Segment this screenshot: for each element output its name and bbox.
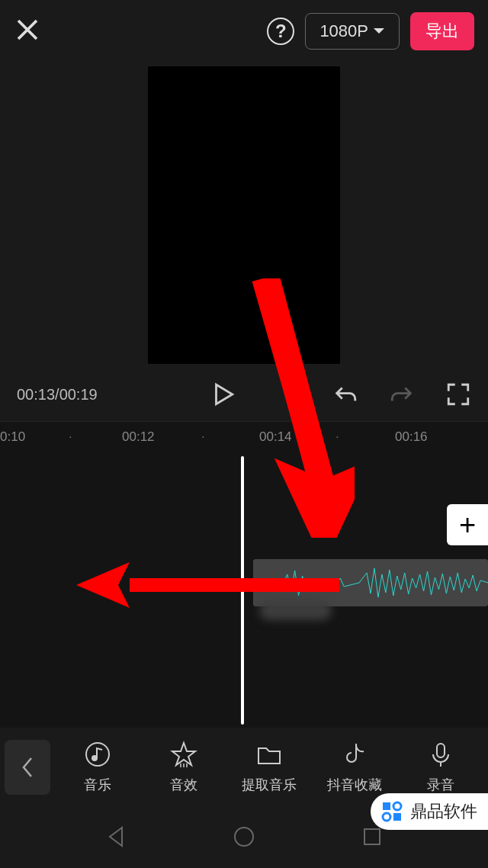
- track-label: [259, 600, 332, 620]
- undo-button[interactable]: [332, 381, 358, 407]
- folder-icon: [255, 741, 283, 768]
- export-button[interactable]: 导出: [410, 12, 474, 50]
- timeline[interactable]: 0:1000:1200:1400:16··· +: [0, 421, 488, 728]
- svg-rect-9: [393, 813, 401, 821]
- fullscreen-button[interactable]: [445, 381, 471, 407]
- svg-rect-3: [437, 744, 445, 757]
- tiktok-icon: [341, 741, 368, 768]
- help-button[interactable]: ?: [267, 18, 294, 45]
- redo-button[interactable]: [389, 381, 415, 407]
- top-bar: ? 1080P 导出: [0, 0, 488, 63]
- ruler-tick: 00:12: [122, 429, 155, 445]
- playback-bar: 00:13/00:19: [0, 368, 488, 421]
- watermark-logo-icon: [380, 799, 404, 824]
- svg-point-8: [383, 813, 390, 821]
- time-ruler: 0:1000:1200:1400:16···: [0, 422, 488, 452]
- music-note-icon: [84, 741, 111, 768]
- ruler-tick: 00:14: [259, 429, 292, 445]
- svg-rect-5: [364, 829, 380, 844]
- ruler-tick: 00:16: [395, 429, 428, 445]
- svg-point-7: [393, 802, 401, 810]
- tool-music[interactable]: 音乐: [55, 741, 140, 794]
- close-icon: [14, 16, 41, 43]
- resolution-dropdown[interactable]: 1080P: [305, 13, 400, 50]
- preview-area: [0, 63, 488, 368]
- watermark-badge: 鼎品软件: [371, 793, 488, 830]
- waveform-icon: [253, 559, 488, 606]
- ruler-tick: 0:10: [0, 429, 25, 445]
- audio-track[interactable]: [253, 559, 488, 606]
- close-button[interactable]: [14, 16, 41, 47]
- star-icon: [170, 741, 197, 768]
- playhead[interactable]: [241, 456, 244, 725]
- play-button[interactable]: [210, 381, 236, 407]
- svg-rect-0: [253, 559, 488, 606]
- resolution-label: 1080P: [319, 21, 368, 41]
- watermark-text: 鼎品软件: [410, 800, 477, 823]
- tool-extract-music[interactable]: 提取音乐: [226, 741, 312, 794]
- chevron-left-icon: [21, 757, 34, 778]
- nav-back-icon[interactable]: [104, 825, 128, 849]
- video-canvas[interactable]: [148, 66, 340, 364]
- svg-rect-6: [383, 802, 390, 810]
- toolbar-back-button[interactable]: [5, 740, 50, 795]
- tool-sfx[interactable]: 音效: [140, 741, 226, 794]
- timecode: 00:13/00:19: [17, 386, 98, 403]
- chevron-down-icon: [373, 27, 385, 35]
- add-clip-button[interactable]: +: [447, 504, 488, 545]
- tool-record[interactable]: 录音: [398, 741, 483, 794]
- svg-point-4: [235, 828, 253, 846]
- microphone-icon: [427, 741, 454, 768]
- tool-douyin-favorites[interactable]: 抖音收藏: [312, 741, 397, 794]
- nav-home-icon[interactable]: [232, 825, 256, 849]
